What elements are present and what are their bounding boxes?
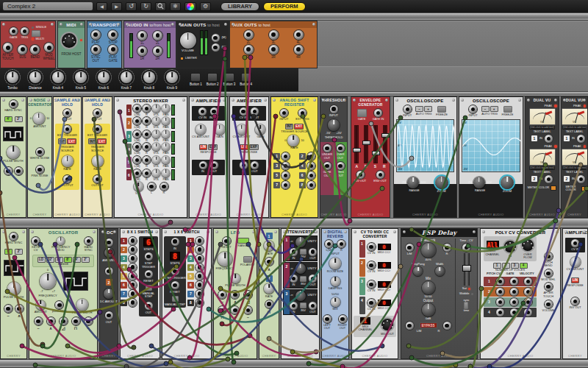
jack[interactable] — [44, 43, 54, 52]
channel-left-jack[interactable] — [133, 169, 141, 177]
feedback-knob[interactable] — [421, 243, 436, 258]
channel-pan-knob[interactable] — [162, 156, 170, 164]
module-oscillator-partial[interactable]: HARD SYNC 4'2' PULSE WIDTH CHERRY AUDIO — [0, 96, 26, 218]
vu-in-jack[interactable] — [577, 135, 585, 143]
volume-knob[interactable] — [180, 32, 196, 49]
channel-pan-knob[interactable] — [162, 105, 170, 113]
amp-in-jack[interactable] — [240, 161, 248, 169]
gate-button[interactable] — [357, 109, 367, 117]
module-oscillator-partial-2[interactable]: HARD SYNC 4'2' PULSE WIDTH ~ ∧ CHERRY AU… — [0, 228, 27, 359]
room-size-knob[interactable] — [329, 258, 341, 269]
channel-right-jack[interactable] — [143, 169, 151, 177]
attn-inv-button[interactable] — [300, 302, 306, 308]
sh-output-jack[interactable] — [93, 175, 101, 183]
wobble-led[interactable] — [471, 293, 474, 296]
jack[interactable] — [294, 30, 304, 40]
jack[interactable] — [196, 263, 204, 272]
step-trigger-jack[interactable] — [171, 267, 179, 275]
response-lin-button[interactable]: LIN — [571, 277, 579, 283]
jack[interactable] — [294, 45, 304, 54]
auto-trig-minus-button[interactable]: − — [481, 106, 490, 112]
trig-out-jack[interactable] — [337, 162, 345, 170]
channel-left-jack[interactable] — [133, 156, 141, 164]
channel-pan-knob[interactable] — [162, 143, 170, 151]
channel-vol-knob[interactable] — [152, 169, 160, 177]
sh-input-jack[interactable] — [63, 109, 71, 117]
module-transport[interactable]: TRANSPORT PLAYSTOPSYNC OUTPLAY GATE — [87, 21, 122, 68]
scope-input-jack[interactable] — [404, 105, 412, 113]
output-knob[interactable] — [422, 303, 435, 316]
noise-amount-knob[interactable] — [33, 113, 45, 124]
step-trigger-jack[interactable] — [145, 252, 153, 261]
response-exp-button[interactable]: EXP — [208, 144, 218, 150]
module-dual-vu-2[interactable]: DUAL VU PEAKVU(Dbl-click to add text)TEX… — [561, 96, 588, 218]
under-out-jack[interactable] — [323, 144, 331, 152]
vu-in-jack[interactable] — [545, 135, 553, 143]
channel-vol-knob[interactable] — [152, 105, 160, 113]
module-amplifier-2[interactable]: AMPLIFIER CV IN INPUT CV AMOUNT GAIN LIN… — [229, 96, 269, 218]
module-lfo[interactable]: LFO RESET RANGE FREQUENCY POLARITY PULSE… — [213, 228, 257, 359]
manual-step-button[interactable] — [172, 296, 179, 302]
mix-knob[interactable] — [422, 281, 435, 294]
channel-right-jack[interactable] — [143, 130, 151, 138]
master-vol-knob[interactable] — [134, 182, 143, 191]
osc-out-jack[interactable] — [4, 167, 12, 175]
velocity-jack[interactable] — [524, 308, 532, 316]
jack[interactable] — [129, 299, 137, 307]
amount-knob[interactable] — [36, 300, 46, 310]
perform-button[interactable] — [190, 73, 201, 82]
perform-button[interactable] — [224, 73, 234, 82]
jack[interactable] — [307, 162, 315, 170]
jack[interactable] — [282, 181, 290, 189]
midi-din-connector[interactable] — [60, 32, 78, 49]
undo-icon[interactable]: ↺ — [126, 2, 137, 11]
channel-vol-knob[interactable] — [152, 156, 160, 164]
module-amplifier-1[interactable]: AMPLIFIER CV IN INPUT CV AMOUNT GAIN LIN… — [189, 96, 228, 218]
reset-jack[interactable] — [171, 281, 179, 289]
gate-jack[interactable] — [510, 277, 518, 286]
vu-in-jack[interactable] — [545, 175, 553, 183]
jack[interactable] — [129, 272, 137, 280]
range-knob[interactable] — [407, 177, 419, 188]
switch-out-jack[interactable] — [145, 302, 153, 310]
pitch-cv-jack[interactable] — [496, 277, 504, 286]
perform-button[interactable] — [207, 73, 218, 82]
channel-left-jack[interactable] — [133, 130, 141, 138]
time-slider[interactable] — [464, 253, 470, 286]
release-slider[interactable] — [383, 125, 387, 163]
jack[interactable] — [108, 45, 118, 54]
sh-output-jack[interactable] — [63, 175, 71, 183]
channel-left-jack[interactable] — [133, 105, 141, 113]
osc-out-jack[interactable] — [15, 167, 23, 175]
module-oscilloscope-2[interactable]: OSCILLOSCOPE INPUT −+AUTO TRIG FREEZE 5V… — [459, 96, 523, 218]
hard-sync-jack[interactable] — [85, 237, 93, 245]
option-button[interactable]: 4' — [73, 257, 81, 263]
inv-out-jack[interactable] — [571, 297, 579, 305]
module-cv-outputs[interactable]: GATE TRIG SINGLE MULTI AFTER TOUCHSUSBEN… — [0, 21, 56, 68]
cv-amount-knob[interactable] — [196, 124, 206, 135]
waveform-jack[interactable] — [244, 306, 252, 314]
reverb-in-left-jack[interactable] — [325, 240, 333, 248]
gate-jack[interactable] — [510, 308, 518, 316]
jack[interactable] — [30, 45, 40, 54]
jack[interactable] — [137, 46, 147, 56]
amp-input-jack[interactable] — [210, 107, 218, 116]
perform-knob[interactable] — [143, 71, 155, 83]
mix-knob[interactable] — [331, 297, 340, 307]
range-knob[interactable] — [473, 177, 485, 188]
inv-out-jack[interactable] — [356, 171, 365, 179]
trigger-ext-button[interactable]: EXT — [67, 138, 76, 144]
module-stereo-mixer[interactable]: STEREO MIXER 1L(M)RVOLPAN2L(M)RVOLPAN3L(… — [114, 96, 187, 218]
keyb-cv-jack[interactable] — [32, 237, 40, 245]
attn-out-jack[interactable] — [309, 302, 317, 310]
waveform-jack[interactable] — [72, 317, 80, 325]
jack[interactable] — [129, 237, 137, 245]
jack[interactable] — [153, 46, 162, 56]
snowflake-icon[interactable]: ❄ — [170, 2, 181, 11]
amp-out-jack[interactable] — [251, 161, 259, 169]
module-amplifier-partial[interactable]: AMPLIFIER CV IN CV AMOUNT LINRESPONSE IN… — [562, 228, 588, 359]
dc-in-jack[interactable] — [105, 238, 113, 247]
velocity-jack[interactable] — [524, 288, 532, 296]
jack[interactable] — [269, 45, 279, 54]
module-poly-cv-converter[interactable]: POLY CV CONVERTER AllMIDI CHANNEL IN OVE… — [480, 228, 561, 359]
